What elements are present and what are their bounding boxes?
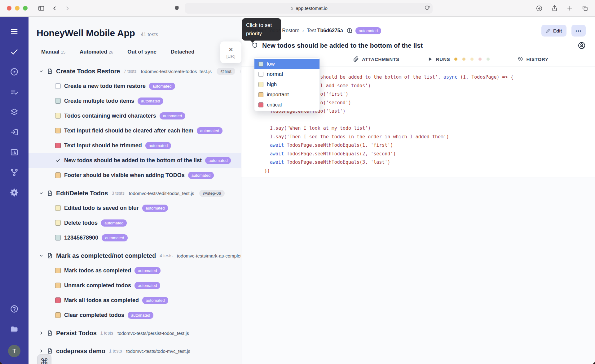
privacy-shield-icon[interactable] [174, 5, 180, 11]
tag-pill[interactable]: @step-06 [199, 190, 225, 197]
play-circle-icon[interactable] [10, 67, 19, 76]
test-checkbox[interactable] [55, 283, 61, 288]
test-row[interactable]: Text input should be trimmedautomated [29, 138, 241, 153]
suite-name[interactable]: Persist Todos [56, 330, 97, 337]
tab-runs[interactable]: RUNS [427, 56, 490, 62]
close-button[interactable] [7, 6, 11, 11]
test-checkbox[interactable] [55, 235, 61, 240]
chevron-down-icon[interactable] [39, 69, 44, 74]
test-row[interactable]: Unmark completed todosautomated [29, 278, 241, 293]
suite-name[interactable]: Create Todos Restore [56, 68, 120, 75]
test-row[interactable]: Create multiple todo itemsautomated [29, 93, 241, 108]
tab-attachments[interactable]: ATTACHMENTS [353, 56, 399, 62]
sync-status-icon[interactable] [346, 28, 353, 34]
test-checkbox[interactable] [55, 83, 61, 89]
layers-icon[interactable] [10, 108, 19, 116]
help-icon[interactable] [10, 305, 19, 313]
test-checkbox[interactable] [55, 172, 61, 178]
suite-header[interactable]: Create Todos Restore7 teststodomvc-tests… [37, 64, 241, 79]
test-row[interactable]: Footer should be visible when adding TOD… [29, 168, 241, 183]
assignee-icon[interactable] [578, 41, 586, 50]
test-title[interactable]: New todos should be added to the bottom … [64, 157, 202, 164]
test-title[interactable]: Mark todos as completed [64, 267, 131, 274]
back-icon[interactable] [51, 5, 58, 11]
test-checkbox[interactable] [55, 268, 61, 273]
tab-history[interactable]: HISTORY [518, 56, 548, 62]
test-title[interactable]: Delete todos [64, 220, 98, 226]
chevron-down-icon[interactable] [39, 253, 44, 258]
git-branch-icon[interactable] [10, 168, 19, 177]
test-checkbox[interactable] [55, 312, 61, 318]
test-checkbox[interactable] [55, 98, 61, 104]
priority-option-important[interactable]: important [254, 89, 320, 100]
test-row[interactable]: Delete todosautomated [29, 215, 241, 230]
list-check-icon[interactable] [10, 88, 19, 96]
folder-icon[interactable] [10, 325, 19, 333]
test-checkbox[interactable] [55, 205, 61, 211]
test-checkbox[interactable] [55, 128, 61, 133]
test-title[interactable]: Edited todo is saved on blur [64, 205, 139, 211]
test-row[interactable]: 12345678900automated [29, 230, 241, 245]
suite-name[interactable]: Mark as completed/not completed [56, 252, 156, 259]
test-checkbox[interactable] [55, 220, 61, 226]
tab-overview-icon[interactable] [582, 5, 588, 11]
priority-option-high[interactable]: high [254, 79, 320, 89]
filter-tab-manual[interactable]: Manual15 [41, 49, 65, 55]
test-checkbox[interactable] [55, 297, 61, 303]
keyboard-shortcuts-button[interactable]: ⌘ [37, 354, 51, 364]
sidebar-toggle-icon[interactable] [38, 5, 45, 12]
priority-option-critical[interactable]: critical [254, 100, 320, 110]
filter-tab-automated[interactable]: Automated26 [80, 49, 113, 55]
test-title[interactable]: Clear completed todos [64, 312, 124, 318]
bar-chart-icon[interactable] [10, 148, 19, 157]
chevron-right-icon[interactable] [39, 331, 44, 336]
test-row[interactable]: Clear completed todosautomated [29, 308, 241, 323]
tag-pill[interactable]: @first [217, 68, 235, 75]
test-title[interactable]: Create multiple todo items [64, 98, 134, 104]
downloads-icon[interactable] [536, 5, 543, 12]
minimize-button[interactable] [15, 6, 20, 11]
suite-header[interactable]: codepress demo1 teststodomvc-tests/todo-… [37, 344, 241, 358]
test-title[interactable]: Unmark completed todos [64, 282, 131, 289]
test-row[interactable]: Edited todo is saved on blurautomated [29, 201, 241, 215]
gear-icon[interactable] [10, 188, 19, 197]
suite-header[interactable]: Mark as completed/not completed4 teststo… [37, 248, 241, 263]
test-title[interactable]: Todos containing weird characters [64, 113, 156, 119]
test-row[interactable]: Mark todos as completedautomated [29, 263, 241, 278]
suite-header[interactable]: Edit/Delete Todos3 teststodomvc-tests/ed… [37, 186, 241, 201]
test-title[interactable]: Create a new todo item restore [64, 83, 146, 89]
chevron-down-icon[interactable] [39, 191, 44, 196]
test-title[interactable]: 12345678900 [64, 235, 98, 241]
menu-icon[interactable] [10, 27, 19, 36]
test-title[interactable]: Text input field should be cleared after… [64, 128, 193, 134]
zoom-button[interactable] [23, 6, 28, 11]
test-title[interactable]: Text input should be trimmed [64, 142, 142, 149]
priority-option-normal[interactable]: normal [254, 69, 320, 79]
sign-in-icon[interactable] [10, 128, 19, 136]
share-icon[interactable] [551, 5, 558, 11]
test-row[interactable]: New todos should be added to the bottom … [29, 153, 241, 168]
close-panel-button[interactable]: × [Esc] [220, 41, 241, 63]
filter-tab-out-of-sync[interactable]: Out of sync [127, 49, 156, 55]
reload-icon[interactable] [425, 5, 430, 11]
chevron-right-icon[interactable] [39, 349, 44, 353]
new-tab-icon[interactable] [566, 5, 573, 11]
test-title[interactable]: Mark all todos as completed [64, 297, 139, 304]
forward-icon[interactable] [64, 5, 71, 11]
more-actions-button[interactable]: ••• [571, 25, 586, 37]
test-row[interactable]: Todos containing weird charactersautomat… [29, 108, 241, 123]
check-icon[interactable] [10, 47, 19, 56]
filter-tab-detached[interactable]: Detached [171, 49, 195, 55]
test-checkbox[interactable] [55, 143, 61, 148]
test-row[interactable]: Create a new todo item restoreautomated [29, 79, 241, 93]
test-title[interactable]: Footer should be visible when adding TOD… [64, 172, 185, 179]
suite-name[interactable]: Edit/Delete Todos [56, 190, 108, 197]
close-icon[interactable]: × [229, 46, 233, 53]
priority-option-low[interactable]: low [254, 59, 320, 69]
suite-name[interactable]: codepress demo [56, 348, 105, 355]
user-avatar[interactable]: T [8, 345, 20, 357]
test-row[interactable]: Text input field should be cleared after… [29, 123, 241, 138]
suite-header[interactable]: Persist Todos1 teststodomvc-tests/persis… [37, 326, 241, 340]
edit-button[interactable]: Edit [541, 25, 566, 37]
test-checkbox[interactable] [55, 113, 61, 119]
